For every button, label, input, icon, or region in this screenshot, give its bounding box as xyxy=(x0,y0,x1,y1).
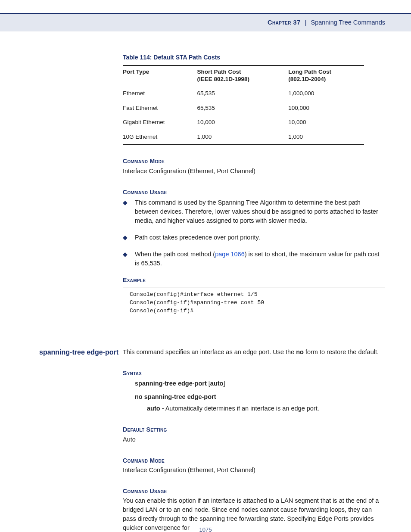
cell: Gigabit Ethernet xyxy=(123,115,197,130)
chapter-label: Chapter 37 xyxy=(268,19,301,26)
cell: 1,000 xyxy=(197,130,288,145)
intro-text: This command specifies an interface as a… xyxy=(123,348,296,355)
cell: 1,000,000 xyxy=(288,86,364,101)
command-usage-heading: Command Usage xyxy=(123,188,385,196)
intro-text: form to restore the default. xyxy=(304,348,379,355)
main-col-2: This command specifies an interface as a… xyxy=(123,345,385,532)
usage-text: When the path cost method ( xyxy=(135,251,215,258)
syntax-line2: no spanning-tree edge-port xyxy=(135,392,385,401)
page: Chapter 37 | Spanning Tree Commands Tabl… xyxy=(0,13,411,532)
cell: 65,535 xyxy=(197,101,288,115)
command-name-label: spanning-tree edge-port xyxy=(0,348,118,357)
param-desc: - Automatically determines if an interfa… xyxy=(160,405,319,412)
cell: 100,000 xyxy=(288,101,364,115)
syntax-line: spanning-tree edge-port [auto] xyxy=(135,379,385,388)
th-short: Short Path Cost (IEEE 802.1D-1998) xyxy=(197,65,288,86)
param-line: auto - Automatically determines if an in… xyxy=(147,404,385,413)
table-row: Ethernet 65,535 1,000,000 xyxy=(123,86,364,101)
cell: 10,000 xyxy=(288,115,364,130)
syntax-auto: auto xyxy=(210,380,224,387)
command-mode-text-2: Interface Configuration (Ethernet, Port … xyxy=(123,466,385,475)
syntax-bracket: ] xyxy=(223,380,225,387)
main-col-1: Table 114: Default STA Path Costs Port T… xyxy=(123,53,385,345)
header-separator: | xyxy=(305,19,307,26)
page-number: – 1075 – xyxy=(0,526,411,532)
sidebar-col-1 xyxy=(0,53,118,345)
cell: Fast Ethernet xyxy=(123,101,197,115)
table-title: Table 114: Default STA Path Costs xyxy=(123,53,385,62)
table-row: Fast Ethernet 65,535 100,000 xyxy=(123,101,364,115)
command-usage-heading-2: Command Usage xyxy=(123,487,385,495)
cell: Ethernet xyxy=(123,86,197,101)
syntax-bracket: [ xyxy=(207,380,210,387)
command-intro: This command specifies an interface as a… xyxy=(123,348,385,357)
usage-item: When the path cost method (page 1066) is… xyxy=(123,250,385,268)
usage-item: Path cost takes precedence over port pri… xyxy=(123,233,385,242)
usage-item: This command is used by the Spanning Tre… xyxy=(123,198,385,225)
syntax-heading: Syntax xyxy=(123,369,385,377)
example-heading: Example xyxy=(123,276,385,284)
usage-list: This command is used by the Spanning Tre… xyxy=(123,198,385,268)
cell: 10,000 xyxy=(197,115,288,130)
th-port-type: Port Type xyxy=(123,65,197,86)
table-row: 10G Ethernet 1,000 1,000 xyxy=(123,130,364,145)
sta-cost-table: Port Type Short Path Cost (IEEE 802.1D-1… xyxy=(123,65,364,145)
cell: 1,000 xyxy=(288,130,364,145)
param-name: auto xyxy=(147,405,160,412)
syntax-cmd: spanning-tree edge-port xyxy=(135,380,207,387)
sidebar-col-2: spanning-tree edge-port xyxy=(0,345,118,532)
default-value: Auto xyxy=(123,435,385,444)
command-mode-heading-2: Command Mode xyxy=(123,456,385,465)
page-link[interactable]: page 1066 xyxy=(215,251,245,258)
intro-no: no xyxy=(296,348,304,355)
command-mode-heading: Command Mode xyxy=(123,157,385,165)
default-setting-heading: Default Setting xyxy=(123,425,385,434)
page-header: Chapter 37 | Spanning Tree Commands xyxy=(0,13,411,31)
cell: 10G Ethernet xyxy=(123,130,197,145)
cell: 65,535 xyxy=(197,86,288,101)
example-code: Console(config)#interface ethernet 1/5 C… xyxy=(123,287,385,319)
th-long: Long Path Cost (802.1D-2004) xyxy=(288,65,364,86)
chapter-title: Spanning Tree Commands xyxy=(311,19,386,26)
table-row: Gigabit Ethernet 10,000 10,000 xyxy=(123,115,364,130)
command-mode-text: Interface Configuration (Ethernet, Port … xyxy=(123,167,385,176)
